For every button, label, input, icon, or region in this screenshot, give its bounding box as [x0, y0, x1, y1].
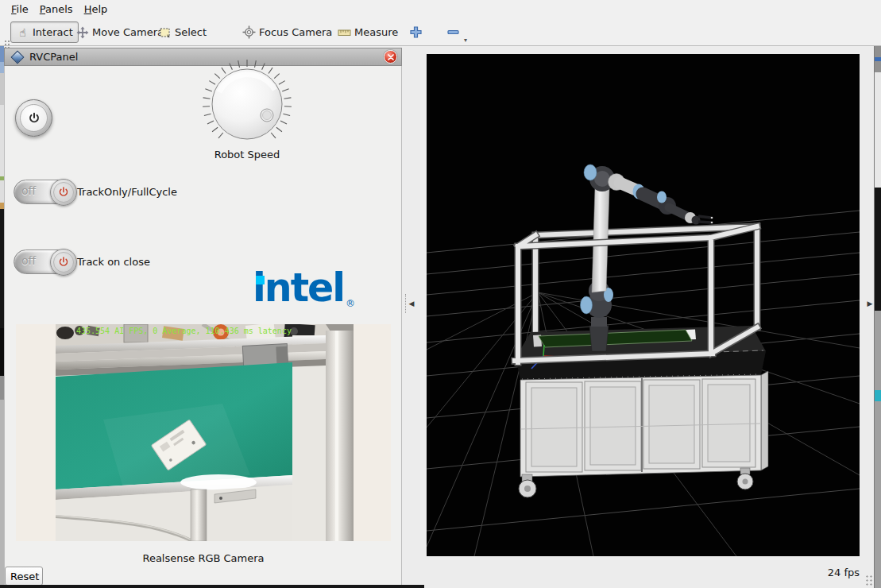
- toggle-label-trackonly: TrackOnly/FullCycle: [77, 186, 177, 198]
- tool-label: Select: [175, 26, 207, 38]
- plus-icon: [409, 25, 423, 39]
- crosshair-icon: [242, 25, 256, 39]
- registered-mark: ®: [346, 298, 355, 309]
- toggle-trackonly-fullcycle[interactable]: off: [14, 180, 75, 204]
- menu-file[interactable]: File: [11, 3, 29, 15]
- hand-pointer-icon: ☝: [16, 25, 29, 39]
- intel-i-dot: [256, 276, 265, 284]
- dial-label: Robot Speed: [191, 149, 303, 161]
- realsense-camera-view[interactable]: 435.554 AI FPS, 0 Average, 110.436 ms la…: [56, 324, 354, 541]
- toggle-knob: [50, 249, 77, 276]
- selection-box-icon: [158, 25, 172, 39]
- ruler-icon: [338, 25, 351, 39]
- panel-diamond-icon: [11, 50, 25, 64]
- toggle-state-label: off: [21, 184, 36, 197]
- tool-label: Measure: [354, 26, 398, 38]
- move-arrows-icon: [75, 25, 89, 39]
- menu-help[interactable]: Help: [84, 3, 108, 15]
- application-window: File Panels Help ☝ Interact Move Camera: [0, 0, 881, 588]
- toggle-knob: [50, 179, 77, 206]
- 3d-viewport[interactable]: [427, 54, 860, 556]
- toggle-track-on-close[interactable]: off: [14, 250, 75, 274]
- tool-interact[interactable]: ☝ Interact: [10, 21, 79, 43]
- minus-icon: [446, 25, 460, 39]
- zoom-out-button[interactable]: ▾: [441, 21, 466, 43]
- collapse-right-icon: ▶: [867, 300, 873, 308]
- robot-speed-dial[interactable]: [199, 56, 295, 152]
- dropdown-caret-icon: ▾: [464, 37, 467, 44]
- fps-counter: 24 fps: [763, 567, 860, 578]
- panel-title: RVCPanel: [29, 51, 78, 63]
- toggle-state-label: off: [21, 254, 36, 267]
- toolbar: ☝ Interact Move Camera Select: [0, 17, 881, 46]
- panel-close-button[interactable]: [384, 50, 397, 64]
- collapsed-right-panel[interactable]: [874, 46, 881, 588]
- tool-label: Focus Camera: [259, 26, 332, 38]
- panel-splitter-left[interactable]: ◀: [405, 294, 417, 313]
- collapse-left-icon: ◀: [409, 300, 415, 308]
- close-icon: [388, 54, 394, 60]
- power-icon: [57, 256, 70, 269]
- intel-wordmark: intel: [253, 269, 344, 308]
- tool-focus-camera[interactable]: Focus Camera: [237, 21, 338, 43]
- toggle-label-track-on-close: Track on close: [77, 256, 150, 268]
- tool-measure[interactable]: Measure: [332, 21, 404, 43]
- power-icon: [57, 186, 70, 199]
- panel-bottom-edge: [0, 585, 424, 588]
- zoom-in-button[interactable]: [404, 21, 428, 43]
- power-icon: [20, 104, 48, 132]
- robot-power-button[interactable]: [15, 99, 52, 137]
- tool-label: Interact: [33, 26, 73, 38]
- reset-button[interactable]: Reset: [5, 567, 43, 586]
- camera-overlay-text: 435.554 AI FPS, 0 Average, 110.436 ms la…: [76, 327, 292, 335]
- intel-logo: intel ®: [253, 269, 364, 315]
- menu-panels[interactable]: Panels: [40, 3, 73, 15]
- tool-select[interactable]: Select: [153, 21, 212, 43]
- menu-bar: File Panels Help: [0, 0, 881, 17]
- camera-caption: Realsense RGB Camera: [16, 552, 391, 564]
